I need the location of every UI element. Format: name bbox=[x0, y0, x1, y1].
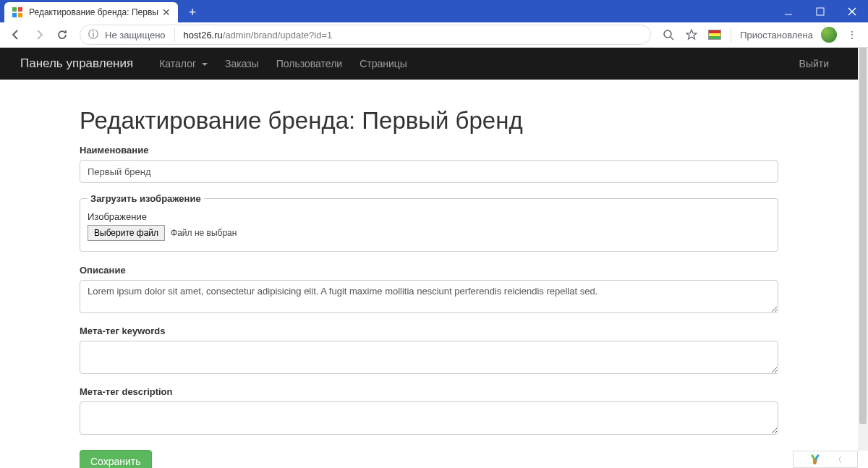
devtools-toggle[interactable]: 〈 bbox=[793, 451, 858, 468]
nav-catalog-dropdown[interactable]: Каталог bbox=[150, 58, 216, 69]
window-close-icon[interactable] bbox=[836, 0, 868, 22]
upload-fieldset: Загрузить изображение Изображение Выбери… bbox=[80, 193, 778, 252]
url-path: /admin/brand/update?id=1 bbox=[223, 30, 332, 41]
menu-kebab-icon[interactable]: ⋮ bbox=[842, 25, 862, 45]
tab-close-icon[interactable]: ✕ bbox=[161, 7, 172, 18]
security-status: Не защищено bbox=[105, 30, 166, 41]
profile-avatar-icon[interactable] bbox=[819, 25, 839, 45]
profile-status[interactable]: Приостановлена bbox=[740, 30, 813, 41]
page-viewport: Панель управления Каталог Заказы Пользов… bbox=[0, 48, 858, 468]
nav-logout[interactable]: Выйти bbox=[791, 58, 838, 69]
divider bbox=[174, 27, 175, 42]
file-status: Файл не выбран bbox=[171, 228, 237, 238]
page-title: Редактирование бренда: Первый бренд bbox=[80, 107, 778, 135]
svg-rect-3 bbox=[18, 13, 22, 17]
metadesc-textarea[interactable] bbox=[80, 401, 778, 435]
browser-tab-strip: Редактирование бренда: Первы ✕ + bbox=[0, 0, 868, 22]
scrollbar-thumb[interactable] bbox=[859, 48, 867, 424]
svg-rect-0 bbox=[12, 7, 17, 12]
save-button[interactable]: Сохранить bbox=[80, 450, 152, 468]
security-info-icon[interactable]: ⓘ bbox=[88, 29, 99, 41]
divider bbox=[731, 27, 731, 42]
keywords-textarea[interactable] bbox=[80, 341, 778, 374]
tab-title: Редактирование бренда: Первы bbox=[29, 7, 161, 17]
extension-icon[interactable] bbox=[705, 25, 725, 45]
navbar-brand[interactable]: Панель управления bbox=[20, 56, 133, 71]
zoom-icon[interactable] bbox=[658, 25, 678, 45]
nav-back-icon[interactable] bbox=[6, 25, 26, 45]
nav-forward-icon bbox=[29, 25, 49, 45]
nav-reload-icon[interactable] bbox=[52, 25, 72, 45]
main-container: Редактирование бренда: Первый бренд Наим… bbox=[0, 80, 858, 468]
yii-logo-icon bbox=[809, 454, 821, 465]
url-host: host26.ru bbox=[184, 30, 223, 41]
window-maximize-icon[interactable] bbox=[804, 0, 836, 22]
nav-pages[interactable]: Страницы bbox=[351, 58, 416, 69]
description-textarea[interactable]: Lorem ipsum dolor sit amet, consectetur … bbox=[80, 280, 778, 313]
scrollbar-track[interactable] bbox=[858, 48, 868, 451]
svg-rect-1 bbox=[18, 7, 22, 12]
chevron-left-icon: 〈 bbox=[834, 454, 842, 465]
upload-legend: Загрузить изображение bbox=[88, 193, 204, 204]
name-input[interactable] bbox=[80, 160, 778, 183]
url-text: host26.ru/admin/brand/update?id=1 bbox=[184, 30, 333, 41]
nav-catalog-label: Каталог bbox=[159, 58, 196, 69]
tab-favicon-icon bbox=[12, 7, 23, 18]
omnibox[interactable]: ⓘ Не защищено host26.ru/admin/brand/upda… bbox=[80, 25, 651, 45]
metadesc-label: Мета-тег description bbox=[80, 386, 778, 397]
svg-rect-5 bbox=[817, 8, 824, 15]
name-label: Наименование bbox=[80, 145, 778, 156]
browser-tab-active[interactable]: Редактирование бренда: Первы ✕ bbox=[4, 2, 178, 22]
svg-rect-2 bbox=[12, 13, 17, 17]
browser-address-bar: ⓘ Не защищено host26.ru/admin/brand/upda… bbox=[0, 22, 868, 48]
app-navbar: Панель управления Каталог Заказы Пользов… bbox=[0, 48, 858, 80]
svg-line-9 bbox=[671, 37, 673, 40]
svg-point-8 bbox=[664, 30, 671, 38]
bookmark-star-icon[interactable] bbox=[681, 25, 702, 45]
nav-users[interactable]: Пользователи bbox=[268, 58, 351, 69]
window-minimize-icon[interactable] bbox=[773, 0, 804, 22]
chevron-down-icon bbox=[202, 63, 208, 66]
image-label: Изображение bbox=[88, 211, 770, 222]
choose-file-button[interactable]: Выберите файл bbox=[88, 225, 165, 241]
nav-orders[interactable]: Заказы bbox=[216, 58, 268, 69]
new-tab-button[interactable]: + bbox=[182, 2, 203, 22]
description-label: Описание bbox=[80, 265, 778, 276]
keywords-label: Мета-тег keywords bbox=[80, 326, 778, 336]
